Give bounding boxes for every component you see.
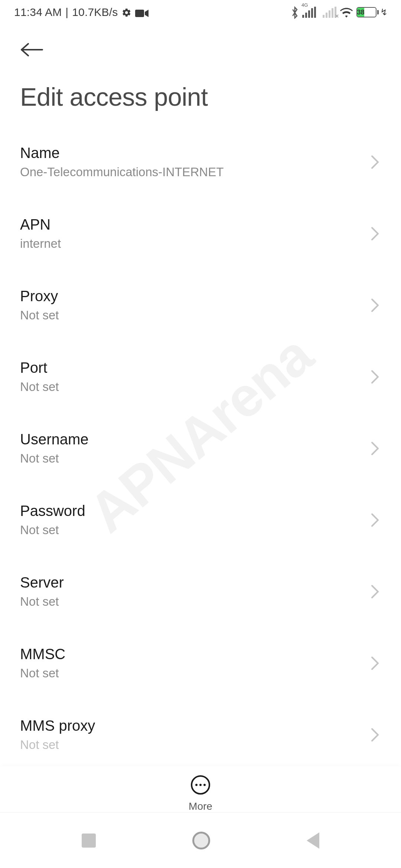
setting-label: Password xyxy=(20,503,85,519)
setting-value: internet xyxy=(20,237,61,251)
chevron-right-icon xyxy=(371,298,379,313)
svg-rect-0 xyxy=(135,10,144,17)
status-left: 11:34 AM | 10.7KB/s xyxy=(14,6,149,19)
setting-label: Proxy xyxy=(20,288,59,305)
settings-list: Name One-Telecommunications-INTERNET APN… xyxy=(0,126,401,756)
gear-icon xyxy=(122,7,131,17)
back-button[interactable] xyxy=(20,43,44,56)
setting-item-apn[interactable]: APN internet xyxy=(20,198,381,269)
charging-icon: ↯ xyxy=(380,7,388,17)
more-button[interactable]: More xyxy=(0,766,401,812)
setting-label: Name xyxy=(20,145,224,161)
nav-recents-button[interactable] xyxy=(82,834,96,848)
setting-label: APN xyxy=(20,216,61,233)
setting-item-mms-proxy[interactable]: MMS proxy Not set xyxy=(20,699,381,756)
setting-label: Server xyxy=(20,574,64,591)
cellular-signal-2-icon: ✕ xyxy=(323,7,336,18)
setting-value: Not set xyxy=(20,380,59,394)
status-bar: 11:34 AM | 10.7KB/s 4G xyxy=(0,0,401,24)
nav-home-button[interactable] xyxy=(192,832,210,849)
bluetooth-icon xyxy=(291,6,299,18)
status-separator: | xyxy=(65,6,68,19)
setting-label: MMS proxy xyxy=(20,717,95,734)
setting-item-mmsc[interactable]: MMSC Not set xyxy=(20,627,381,699)
setting-item-proxy[interactable]: Proxy Not set xyxy=(20,269,381,341)
status-right: 4G ✕ 38 xyxy=(291,6,388,18)
setting-item-password[interactable]: Password Not set xyxy=(20,484,381,556)
no-sim-x-icon: ✕ xyxy=(335,13,339,19)
chevron-right-icon xyxy=(371,656,379,671)
setting-value: Not set xyxy=(20,308,59,322)
battery-icon: 38 ↯ xyxy=(356,7,388,17)
status-data-rate: 10.7KB/s xyxy=(72,6,118,19)
chevron-right-icon xyxy=(371,584,379,599)
chevron-right-icon xyxy=(371,513,379,527)
setting-label: Username xyxy=(20,431,89,448)
nav-back-button[interactable] xyxy=(307,832,319,849)
videocam-icon xyxy=(135,8,149,17)
page-title: Edit access point xyxy=(0,69,401,126)
setting-item-port[interactable]: Port Not set xyxy=(20,341,381,412)
more-icon xyxy=(191,775,210,795)
chevron-right-icon xyxy=(371,441,379,456)
setting-value: Not set xyxy=(20,666,65,680)
setting-item-server[interactable]: Server Not set xyxy=(20,556,381,627)
cellular-signal-1-icon: 4G xyxy=(302,7,316,18)
setting-value: Not set xyxy=(20,451,89,466)
chevron-right-icon xyxy=(371,369,379,384)
status-time: 11:34 AM xyxy=(14,6,62,19)
battery-percent: 38 xyxy=(357,8,364,17)
setting-item-name[interactable]: Name One-Telecommunications-INTERNET xyxy=(20,126,381,198)
chevron-right-icon xyxy=(371,727,379,742)
wifi-icon xyxy=(340,7,353,17)
network-type-label: 4G xyxy=(301,2,308,8)
navigation-bar xyxy=(0,812,401,868)
setting-value: Not set xyxy=(20,523,85,537)
chevron-right-icon xyxy=(371,226,379,241)
setting-label: Port xyxy=(20,359,59,376)
setting-value: Not set xyxy=(20,738,95,752)
setting-value: One-Telecommunications-INTERNET xyxy=(20,165,224,179)
setting-label: MMSC xyxy=(20,646,65,662)
more-label: More xyxy=(189,800,212,812)
setting-value: Not set xyxy=(20,595,64,609)
chevron-right-icon xyxy=(371,155,379,170)
setting-item-username[interactable]: Username Not set xyxy=(20,412,381,484)
